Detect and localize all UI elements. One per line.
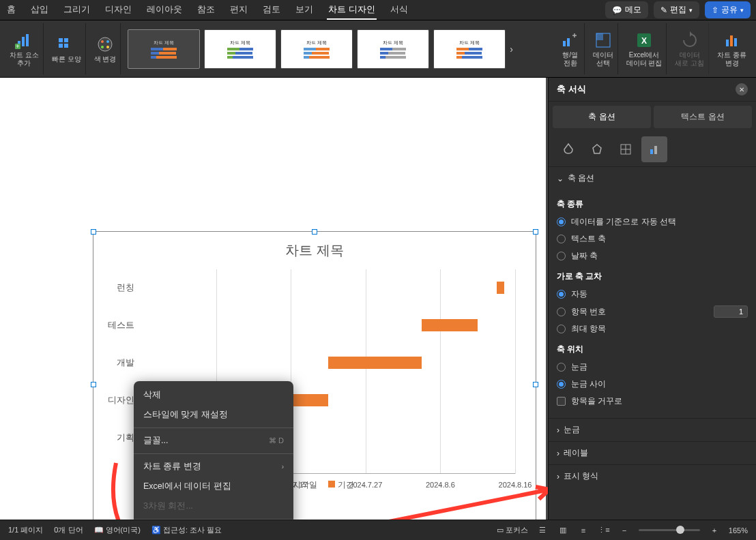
focus-mode[interactable]: ▭ 포커스 [497, 525, 528, 535]
resize-handle[interactable] [533, 229, 538, 235]
y-axis-label: 테스트 [100, 319, 134, 331]
context-menu: 삭제 스타일에 맞게 재설정 글꼴...⌘ D 차트 종류 변경› Excel에… [134, 381, 293, 520]
x-axis-tick: 2024.8.6 [426, 481, 455, 489]
x-axis-tick: 2024.7.27 [349, 481, 382, 489]
labels-section[interactable]: ›레이블 [549, 442, 756, 464]
svg-rect-21 [730, 35, 733, 46]
chevron-right-icon: › [557, 425, 559, 435]
zoom-out-button[interactable]: − [618, 524, 630, 537]
svg-rect-14 [563, 41, 566, 46]
status-bar: 1/1 페이지 0개 단어 📖 영어(미국) ♿ 접근성: 조사 필요 ▭ 포커… [0, 520, 756, 540]
chart-style-4[interactable]: 차트 제목 [357, 29, 429, 69]
reverse-order-checkbox[interactable]: 항목을 거꾸로 [557, 393, 748, 410]
change-colors[interactable]: 색 변경 [90, 23, 121, 74]
fill-icon[interactable] [555, 136, 581, 162]
cm-edit-excel[interactable]: Excel에서 데이터 편집 [134, 477, 293, 496]
number-format-section[interactable]: ›표시 형식 [549, 465, 756, 487]
resize-handle[interactable] [533, 382, 538, 387]
text-options-tab[interactable]: 텍스트 옵션 [654, 106, 752, 128]
tab-home[interactable]: 홈 [5, 1, 17, 20]
x-axis-tick: 2024.8.16 [499, 481, 532, 489]
zoom-in-button[interactable]: + [708, 524, 721, 537]
tab-mailings[interactable]: 편지 [229, 1, 249, 20]
edit-button[interactable]: ✎ 편집 ▾ [654, 1, 699, 18]
axis-options-icon[interactable] [641, 136, 667, 162]
tab-view[interactable]: 보기 [294, 1, 315, 20]
axis-type-text-radio[interactable]: 텍스트 축 [557, 230, 748, 247]
resize-handle[interactable] [91, 229, 96, 235]
cm-delete[interactable]: 삭제 [134, 385, 293, 405]
tab-layout[interactable]: 레이아웃 [145, 1, 184, 20]
cm-reset-style[interactable]: 스타일에 맞게 재설정 [134, 405, 293, 425]
select-data-icon [594, 31, 613, 50]
effects-icon[interactable] [584, 136, 610, 162]
switch-icon [561, 31, 580, 50]
chart-title[interactable]: 차트 제목 [93, 232, 536, 269]
chart-style-5[interactable]: 차트 제목 [433, 29, 506, 69]
position-ontick-radio[interactable]: 눈금 [557, 359, 748, 376]
chart-style-2[interactable]: 차트 제목 [204, 29, 276, 69]
refresh-data[interactable]: 데이터 새로 고침 [671, 23, 709, 74]
cross-max-radio[interactable]: 최대 항목 [557, 320, 748, 338]
axis-type-date-radio[interactable]: 날짜 축 [557, 247, 748, 265]
pencil-icon: ✎ [660, 5, 667, 15]
cross-category-radio[interactable]: 항목 번호 [557, 303, 748, 320]
legend-swatch [328, 481, 335, 487]
page-count[interactable]: 1/1 페이지 [8, 525, 43, 535]
cross-auto-radio[interactable]: 자동 [557, 286, 748, 303]
axis-options-tab[interactable]: 축 옵션 [553, 106, 651, 128]
svg-rect-1 [22, 37, 25, 46]
axis-type-auto-radio[interactable]: 데이터를 기준으로 자동 선택 [557, 213, 748, 230]
svg-rect-2 [26, 34, 29, 46]
chart-bar[interactable] [497, 282, 504, 294]
svg-point-10 [101, 40, 104, 43]
switch-row-column[interactable]: 행/열 전환 [557, 23, 585, 74]
svg-rect-22 [734, 38, 737, 46]
chart-bar[interactable] [422, 319, 478, 331]
zoom-slider[interactable] [639, 529, 700, 531]
resize-handle[interactable] [91, 382, 96, 387]
chart-style-1[interactable]: 차트 제목 [128, 29, 200, 69]
panel-title: 축 서식 [557, 83, 586, 95]
outline-icon[interactable]: ⋮≡ [598, 524, 610, 537]
tab-chart-design[interactable]: 차트 디자인 [327, 1, 377, 20]
category-number-input[interactable] [714, 305, 748, 318]
size-icon[interactable] [613, 136, 639, 162]
select-data[interactable]: 데이터 선택 [589, 23, 618, 74]
edit-data-excel[interactable]: X Excel에서 데이터 편집 [622, 23, 667, 74]
tab-insert[interactable]: 삽입 [29, 1, 50, 20]
y-axis-label: 런칭 [100, 282, 134, 294]
tab-references[interactable]: 참조 [196, 1, 216, 20]
language-indicator[interactable]: 📖 영어(미국) [94, 525, 141, 535]
styles-more-button[interactable]: › [510, 44, 521, 55]
tab-draw[interactable]: 그리기 [62, 1, 91, 20]
document-canvas[interactable]: 차트 제목 런칭 테스트 개발 디자인 기획 [0, 78, 548, 520]
web-layout-icon[interactable]: ≡ [577, 524, 590, 537]
chart-style-3[interactable]: 차트 제목 [280, 29, 353, 69]
tab-design[interactable]: 디자인 [104, 1, 133, 20]
resize-handle[interactable] [312, 229, 317, 235]
print-layout-icon[interactable]: ▥ [557, 524, 569, 537]
cm-font[interactable]: 글꼴...⌘ D [134, 431, 293, 451]
axis-options-section[interactable]: ⌄ 축 옵션 [549, 167, 756, 190]
tick-marks-section[interactable]: ›눈금 [549, 419, 756, 441]
tab-format[interactable]: 서식 [389, 1, 409, 20]
close-panel-button[interactable]: ✕ [736, 83, 748, 95]
position-between-radio[interactable]: 눈금 사이 [557, 376, 748, 393]
word-count[interactable]: 0개 단어 [54, 525, 83, 535]
svg-rect-20 [726, 40, 729, 46]
share-button[interactable]: ⇧ 공유 ▾ [705, 1, 751, 18]
read-mode-icon[interactable]: ☰ [536, 524, 549, 537]
comments-button[interactable]: 💬 메모 [605, 1, 648, 18]
accessibility-status[interactable]: ♿ 접근성: 조사 필요 [151, 525, 222, 535]
chevron-right-icon: › [557, 472, 559, 481]
chart-bar[interactable] [328, 357, 422, 369]
quick-layout[interactable]: 빠른 모양 [48, 23, 86, 74]
palette-icon [96, 35, 115, 54]
change-chart-type[interactable]: 차트 종류 변경 [713, 23, 751, 74]
cm-change-chart-type[interactable]: 차트 종류 변경› [134, 457, 293, 477]
svg-rect-15 [567, 38, 570, 46]
tab-review[interactable]: 검토 [261, 1, 282, 20]
zoom-level[interactable]: 165% [729, 526, 748, 535]
add-chart-element[interactable]: + 차트 요소 추가 [5, 23, 44, 74]
